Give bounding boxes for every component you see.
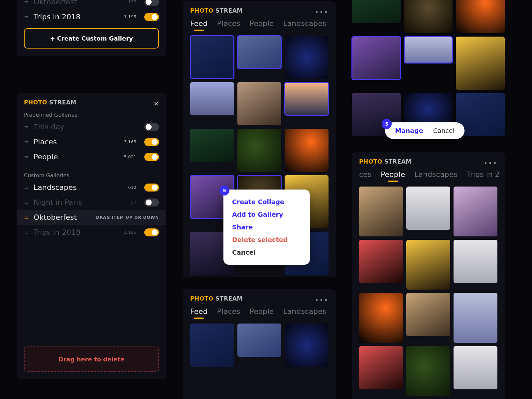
gallery-row[interactable]: = People 5,021 [17,149,166,164]
menu-item-share[interactable]: Share [232,221,301,233]
custom-heading: Custom Galleries [17,170,166,180]
tab-people[interactable]: People [249,19,274,28]
gallery-row[interactable]: = Places 3,165 [17,134,166,149]
gallery-toggle[interactable] [144,123,159,131]
photo-thumb[interactable] [359,187,403,236]
drag-handle-icon[interactable]: = [24,201,29,204]
tab-landscapes[interactable]: Landscapes [283,307,327,316]
more-icon[interactable]: ••• [315,8,329,16]
drag-handle-icon[interactable]: = [24,186,29,189]
photo-thumb[interactable] [404,37,453,63]
tab-feed[interactable]: Feed [190,19,208,28]
tab-places[interactable]: Places [217,307,240,316]
photo-thumb[interactable] [359,240,403,283]
gallery-label: Trips in 2018 [34,13,119,21]
photo-thumb[interactable] [190,36,234,79]
photo-thumb[interactable] [454,240,497,283]
drag-handle-icon[interactable]: = [24,125,29,128]
photo-thumb[interactable] [456,0,505,33]
photo-thumb[interactable] [404,93,453,126]
delete-dropzone[interactable]: Drag here to delete [24,346,159,372]
menu-item-create collage[interactable]: Create Collage [232,196,301,208]
gallery-row[interactable]: = Night in Paris 37 [17,195,166,210]
photo-thumb[interactable] [406,187,450,230]
tab-landscapes[interactable]: Landscapes [283,19,327,28]
photo-thumb[interactable] [456,37,505,90]
photo-thumb[interactable] [406,293,450,336]
panel-title: PHOTO STREAM [17,99,166,109]
photo-thumb[interactable] [359,346,403,389]
gallery-toggle[interactable] [144,199,159,206]
close-icon[interactable]: ✕ [153,100,159,108]
photo-thumb[interactable] [352,0,401,23]
more-icon[interactable]: ••• [315,296,329,304]
photo-thumb[interactable] [359,293,403,343]
gallery-label: Places [34,138,119,146]
menu-item-delete selected[interactable]: Delete selected [232,233,301,246]
photo-thumb[interactable] [406,240,450,290]
tab-landscapes[interactable]: Landscapes [414,170,458,179]
photo-thumb[interactable] [285,129,329,172]
photo-thumb[interactable] [237,82,281,125]
tab-ces[interactable]: ces [359,170,371,179]
gallery-toggle[interactable] [144,0,159,6]
photo-thumb[interactable] [237,129,281,172]
photo-thumb[interactable] [406,346,450,396]
gallery-label: This day [34,123,130,131]
create-gallery-button[interactable]: + Create Custom Gallery [24,28,159,49]
manage-button[interactable]: Manage [395,127,423,134]
gallery-toggle[interactable] [144,13,159,21]
drag-handle-icon[interactable]: = [24,231,29,234]
tabs: FeedPlacesPeopleLandscapes [183,305,336,320]
gallery-count: - [135,124,136,129]
photo-thumb[interactable] [285,82,329,115]
gallery-toggle[interactable] [144,184,159,192]
gallery-label: Landscapes [34,183,123,192]
right-top-grid [352,0,505,136]
selection-count-badge: 5 [382,119,392,129]
gallery-toggle[interactable] [144,153,159,161]
more-icon[interactable]: ••• [484,159,497,167]
drag-handle-icon[interactable]: = [24,140,29,143]
photo-thumb[interactable] [237,36,281,69]
menu-item-cancel[interactable]: Cancel [232,246,301,259]
manage-pill: 5 Manage Cancel [385,122,465,139]
gallery-count: 1,195 [124,14,136,19]
photo-thumb[interactable] [352,37,401,80]
gallery-row[interactable]: = This day - [17,119,166,134]
tab-places[interactable]: Places [217,19,240,28]
photo-thumb[interactable] [237,324,281,357]
photo-thumb[interactable] [190,129,234,162]
photo-thumb[interactable] [454,187,497,236]
photo-thumb[interactable] [404,0,453,33]
tab-people[interactable]: People [381,170,405,179]
photo-thumb[interactable] [190,324,234,367]
selection-menu: 5 Create CollageAdd to GalleryShareDelet… [223,190,310,265]
drag-handle-icon[interactable]: = [24,155,29,158]
gallery-row[interactable]: = Trips in 2018 1,195 [17,9,166,24]
gallery-row[interactable]: = Trips in 2018 1,195 [17,225,166,240]
tab-trips in 2[interactable]: Trips in 2 [467,170,500,179]
tab-people[interactable]: People [249,307,274,316]
photo-thumb[interactable] [190,82,234,115]
gallery-count: 1,195 [124,230,136,235]
photo-thumb[interactable] [454,293,497,343]
photo-thumb[interactable] [454,346,497,389]
gallery-row-dragging[interactable]: = Oktoberfest DRAG ITEM UP OR DOWN [17,210,166,225]
gallery-label: Night in Paris [34,198,126,206]
gallery-row[interactable]: = Landscapes 612 [17,180,166,195]
drag-handle-icon[interactable]: = [24,0,29,3]
photo-thumb[interactable] [285,36,329,79]
cancel-button[interactable]: Cancel [433,127,455,134]
photo-thumb[interactable] [285,324,329,367]
drag-handle-icon[interactable]: = [24,216,29,219]
drag-handle-icon[interactable]: = [24,15,29,18]
gallery-toggle[interactable] [144,228,159,236]
tabs: cesPeopleLandscapesTrips in 2 [352,168,505,183]
menu-item-add to gallery[interactable]: Add to Gallery [232,208,301,221]
gallery-row[interactable]: = Oktoberfest 137 [17,0,166,9]
gallery-toggle[interactable] [144,138,159,146]
tab-feed[interactable]: Feed [190,307,208,316]
selection-count-badge: 5 [219,186,229,196]
photo-grid [183,320,336,371]
